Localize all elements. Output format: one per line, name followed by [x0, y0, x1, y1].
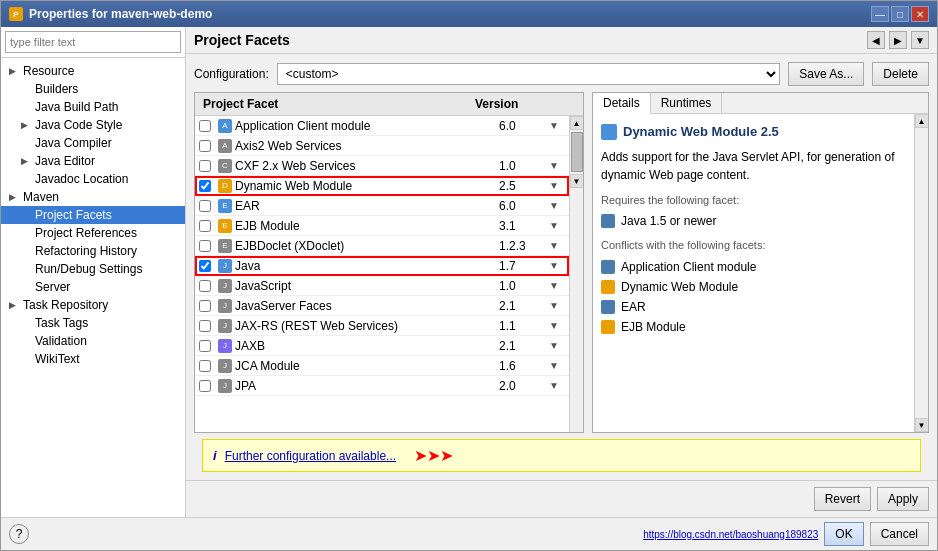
facet-version-dropdown[interactable]: ▼: [549, 340, 569, 351]
forward-button[interactable]: ▶: [889, 31, 907, 49]
sidebar-item-java-code-style[interactable]: ▶ Java Code Style: [1, 116, 185, 134]
arrow-icon: ▶: [21, 120, 31, 130]
facets-scrollbar[interactable]: ▲ ▼: [569, 116, 583, 432]
facet-icon: J: [218, 379, 232, 393]
close-button[interactable]: ✕: [911, 6, 929, 22]
facet-version-dropdown[interactable]: ▼: [549, 240, 569, 251]
facet-row-ejb[interactable]: E EJB Module 3.1 ▼: [195, 216, 569, 236]
details-panel: Details Runtimes Dynamic Web Module 2.5 …: [592, 92, 929, 433]
facet-checkbox-dynamic-web[interactable]: [195, 180, 215, 192]
revert-button[interactable]: Revert: [814, 487, 871, 511]
sidebar-item-task-repository[interactable]: ▶ Task Repository: [1, 296, 185, 314]
details-conflicts-item-1: Application Client module: [601, 257, 906, 277]
facet-version-dropdown[interactable]: ▼: [549, 360, 569, 371]
facet-checkbox-jaxrs[interactable]: [195, 320, 215, 332]
sidebar-item-javadoc-location[interactable]: Javadoc Location: [1, 170, 185, 188]
facet-row-axis2[interactable]: A Axis2 Web Services: [195, 136, 569, 156]
facet-row-jaxb[interactable]: J JAXB 2.1 ▼: [195, 336, 569, 356]
nav-dropdown-button[interactable]: ▼: [911, 31, 929, 49]
details-requires-section: Requires the following facet: Java 1.5 o…: [601, 192, 906, 232]
facet-row-jsf[interactable]: J JavaServer Faces 2.1 ▼: [195, 296, 569, 316]
facet-checkbox-javascript[interactable]: [195, 280, 215, 292]
facet-checkbox-ejb[interactable]: [195, 220, 215, 232]
sidebar-item-project-facets[interactable]: Project Facets: [1, 206, 185, 224]
facet-version-dropdown[interactable]: ▼: [549, 220, 569, 231]
sidebar-item-java-compiler[interactable]: Java Compiler: [1, 134, 185, 152]
back-button[interactable]: ◀: [867, 31, 885, 49]
facet-row-cxf[interactable]: C CXF 2.x Web Services 1.0 ▼: [195, 156, 569, 176]
tab-details[interactable]: Details: [593, 93, 651, 114]
scrollbar-up-arrow[interactable]: ▲: [570, 116, 584, 130]
details-scrollbar-down[interactable]: ▼: [915, 418, 929, 432]
maximize-button[interactable]: □: [891, 6, 909, 22]
facet-name: CXF 2.x Web Services: [235, 159, 499, 173]
apply-button[interactable]: Apply: [877, 487, 929, 511]
facet-checkbox-ejbdoclet[interactable]: [195, 240, 215, 252]
facet-row-ejbdoclet[interactable]: E EJBDoclet (XDoclet) 1.2.3 ▼: [195, 236, 569, 256]
further-config-link[interactable]: Further configuration available...: [225, 449, 396, 463]
facet-checkbox-jaxb[interactable]: [195, 340, 215, 352]
facet-version-dropdown[interactable]: ▼: [549, 180, 569, 191]
sidebar-item-builders[interactable]: Builders: [1, 80, 185, 98]
minimize-button[interactable]: —: [871, 6, 889, 22]
tab-runtimes[interactable]: Runtimes: [651, 93, 723, 113]
facet-row-jca[interactable]: J JCA Module 1.6 ▼: [195, 356, 569, 376]
sidebar-item-run-debug-settings[interactable]: Run/Debug Settings: [1, 260, 185, 278]
sidebar-item-task-tags[interactable]: Task Tags: [1, 314, 185, 332]
facet-row-jaxrs[interactable]: J JAX-RS (REST Web Services) 1.1 ▼: [195, 316, 569, 336]
facet-version-dropdown[interactable]: ▼: [549, 280, 569, 291]
save-as-button[interactable]: Save As...: [788, 62, 864, 86]
facet-version-dropdown[interactable]: ▼: [549, 300, 569, 311]
details-conflicts-icon-1: [601, 260, 615, 274]
delete-button[interactable]: Delete: [872, 62, 929, 86]
facet-icon-col: J: [215, 259, 235, 273]
sidebar-item-maven[interactable]: ▶ Maven: [1, 188, 185, 206]
facet-version-dropdown[interactable]: ▼: [549, 200, 569, 211]
facet-row-javascript[interactable]: J JavaScript 1.0 ▼: [195, 276, 569, 296]
sidebar-item-wikitext[interactable]: WikiText: [1, 350, 185, 368]
sidebar-item-server[interactable]: Server: [1, 278, 185, 296]
facet-version-dropdown[interactable]: ▼: [549, 160, 569, 171]
sidebar-item-project-references[interactable]: Project References: [1, 224, 185, 242]
facet-row-dynamic-web[interactable]: D Dynamic Web Module 2.5 ▼: [195, 176, 569, 196]
facet-version-dropdown[interactable]: ▼: [549, 320, 569, 331]
facet-icon-col: D: [215, 179, 235, 193]
help-button[interactable]: ?: [9, 524, 29, 544]
sidebar-item-java-build-path[interactable]: Java Build Path: [1, 98, 185, 116]
config-row: Configuration: <custom> Save As... Delet…: [194, 62, 929, 86]
facet-version-dropdown[interactable]: ▼: [549, 260, 569, 271]
facet-checkbox-jsf[interactable]: [195, 300, 215, 312]
facet-checkbox-java[interactable]: [195, 260, 215, 272]
details-scrollbar[interactable]: ▲ ▼: [914, 114, 928, 432]
facet-row-java[interactable]: J Java 1.7 ▼: [195, 256, 569, 276]
facet-checkbox-jpa[interactable]: [195, 380, 215, 392]
scrollbar-down-arrow[interactable]: ▼: [570, 174, 584, 188]
facet-version-dropdown[interactable]: ▼: [549, 120, 569, 131]
facet-checkbox-application-client[interactable]: [195, 120, 215, 132]
facet-row-ear[interactable]: E EAR 6.0 ▼: [195, 196, 569, 216]
sidebar-item-resource[interactable]: ▶ Resource: [1, 62, 185, 80]
details-requires-label: Requires the following facet:: [601, 192, 906, 209]
cancel-button[interactable]: Cancel: [870, 522, 929, 546]
facet-version: 1.0: [499, 279, 549, 293]
filter-input[interactable]: [5, 31, 181, 53]
scrollbar-thumb[interactable]: [571, 132, 583, 172]
window-icon: P: [9, 7, 23, 21]
facet-checkbox-jca[interactable]: [195, 360, 215, 372]
facet-row-application-client[interactable]: A Application Client module 6.0 ▼: [195, 116, 569, 136]
facet-name: JPA: [235, 379, 499, 393]
facet-icon: C: [218, 159, 232, 173]
facet-checkbox-cxf[interactable]: [195, 160, 215, 172]
sidebar-item-java-editor[interactable]: ▶ Java Editor: [1, 152, 185, 170]
sidebar-item-validation[interactable]: Validation: [1, 332, 185, 350]
facet-row-jpa[interactable]: J JPA 2.0 ▼: [195, 376, 569, 396]
facet-icon-col: J: [215, 279, 235, 293]
sidebar-item-refactoring-history[interactable]: Refactoring History: [1, 242, 185, 260]
facet-version-dropdown[interactable]: ▼: [549, 380, 569, 391]
facet-checkbox-axis2[interactable]: [195, 140, 215, 152]
config-select[interactable]: <custom>: [277, 63, 781, 85]
details-scrollbar-up[interactable]: ▲: [915, 114, 929, 128]
facet-checkbox-ear[interactable]: [195, 200, 215, 212]
ok-button[interactable]: OK: [824, 522, 863, 546]
facet-icon-col: J: [215, 359, 235, 373]
